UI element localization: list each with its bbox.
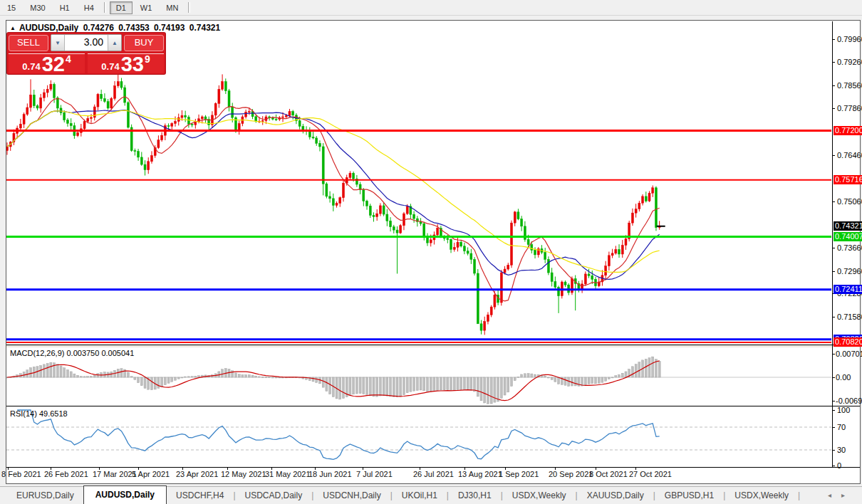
pane-divider[interactable] [6, 406, 860, 406]
axis-tick-label: 0.78560 [837, 81, 862, 90]
timeframe-button-m30[interactable]: M30 [24, 1, 51, 14]
volume-decrease-button[interactable]: ▼ [51, 35, 65, 51]
macd-bar [181, 377, 183, 378]
candle-body [218, 89, 220, 103]
macd-bar [222, 369, 224, 377]
candle-body [127, 103, 129, 127]
chart-tab-audusd-daily[interactable]: AUDUSD,Daily [83, 485, 167, 504]
tab-scroll-right-icon[interactable]: ▸ [841, 491, 855, 499]
volume-input[interactable]: 3.00 [65, 35, 108, 51]
price-level-badge: 0.70820 [834, 337, 862, 347]
macd-bar [130, 377, 133, 377]
chart-tab-xauusd-daily[interactable]: XAUUSD,Daily [578, 488, 653, 504]
macd-bar [164, 377, 166, 385]
date-label: 31 May 2021 [265, 470, 311, 478]
chart-tab-dj30-h1[interactable]: DJ30,H1 [449, 488, 501, 504]
candle-body [621, 246, 623, 254]
macd-bar [242, 374, 244, 377]
macd-bar [376, 377, 378, 397]
candle-body [308, 132, 311, 137]
chart-tab-usdchf-h4[interactable]: USDCHF,H4 [167, 488, 233, 504]
timeframe-button-mn[interactable]: MN [160, 1, 185, 14]
axis-tick [832, 354, 835, 355]
macd-bar [234, 373, 237, 377]
chart-tab-usdx-weekly[interactable]: USDX,Weekly [503, 488, 576, 504]
macd-bar [437, 377, 439, 390]
timeframe-button-h1[interactable]: H1 [53, 1, 76, 14]
macd-bar [615, 376, 617, 377]
macd-bar [349, 377, 351, 395]
macd-bar [329, 377, 331, 394]
candle-body [534, 250, 536, 255]
candle-body [514, 212, 516, 223]
sell-button[interactable]: SELL [9, 35, 48, 51]
timeframe-button-h4[interactable]: H4 [78, 1, 100, 14]
macd-bar [547, 377, 549, 378]
macd-bar [598, 377, 600, 384]
rsi-axis-label: 100 [837, 406, 850, 414]
tab-scroll-left-icon[interactable]: ◂ [828, 491, 841, 499]
rsi-label: RSI(14) 49.6518 [10, 409, 68, 418]
chart-tab-usdx-weekly[interactable]: USDX,Weekly [725, 488, 798, 504]
candle-body [413, 214, 415, 219]
symbol-title: AUDUSD,Daily [19, 23, 78, 33]
candle-body [322, 147, 324, 184]
macd-bar [477, 377, 479, 397]
buy-price-main: 33 [121, 55, 144, 73]
buy-button[interactable]: BUY [124, 35, 164, 51]
macd-bar [322, 377, 324, 387]
candle-body [648, 193, 650, 201]
macd-bar [608, 377, 610, 379]
candle-body [147, 162, 150, 170]
macd-bar [497, 377, 499, 401]
candle-body [63, 112, 66, 120]
axis-tick [832, 466, 835, 466]
buy-price-display[interactable]: 0.74 33 9 [88, 53, 164, 73]
volume-increase-button[interactable]: ▲ [108, 35, 121, 51]
timeframe-button-d1[interactable]: D1 [110, 1, 133, 14]
macd-bar [527, 374, 529, 377]
chart-tab-eurusd-daily[interactable]: EURUSD,Daily [7, 488, 83, 504]
macd-bar [460, 377, 462, 389]
candle-body [40, 98, 42, 108]
candle-body [60, 108, 62, 112]
candle-body [480, 324, 482, 330]
candle-body [191, 124, 193, 125]
date-label: 26 Jul 2021 [413, 470, 454, 478]
axis-tick [832, 450, 835, 451]
chart-tab-gbpusd-h1[interactable]: GBPUSD,H1 [655, 488, 723, 504]
macd-axis-label: 0.007015 [836, 350, 862, 358]
date-label: 18 Jun 2021 [308, 470, 352, 478]
macd-bar [70, 372, 72, 377]
sell-price-main: 32 [42, 55, 65, 73]
date-label: 23 Apr 2021 [176, 470, 218, 478]
candle-body [467, 251, 469, 253]
macd-bar [60, 366, 62, 377]
axis-tick-label: 0.72960 [837, 267, 862, 275]
candle-body [224, 82, 227, 91]
macd-bar [440, 377, 442, 390]
macd-bar [50, 362, 52, 377]
sell-price-display[interactable]: 0.74 32 4 [9, 53, 85, 73]
macd-bar [625, 372, 627, 377]
macd-bar [265, 377, 267, 378]
macd-bar [500, 377, 502, 398]
candle-body [450, 239, 452, 249]
axis-tick-label: 0.71580 [837, 313, 862, 321]
axis-tick [832, 317, 835, 317]
macd-bar [312, 377, 314, 382]
macd-bar [137, 377, 140, 383]
chart-tab-usdcnh-daily[interactable]: USDCNH,Daily [313, 488, 390, 504]
chart-tab-ukoil-h1[interactable]: UKOil,H1 [393, 488, 447, 504]
timeframe-button-15[interactable]: 15 [1, 1, 22, 14]
collapse-arrow-icon[interactable]: ▲ [10, 25, 16, 31]
candle-body [326, 184, 328, 196]
timeframe-button-w1[interactable]: W1 [134, 1, 159, 14]
candle-body [470, 253, 472, 259]
chart-tab-usdcad-daily[interactable]: USDCAD,Daily [236, 488, 312, 504]
macd-bar [571, 377, 573, 386]
candle-body [366, 201, 368, 206]
toolbar-separator [104, 2, 106, 13]
candle-body [584, 274, 586, 284]
candle-body [625, 239, 627, 246]
